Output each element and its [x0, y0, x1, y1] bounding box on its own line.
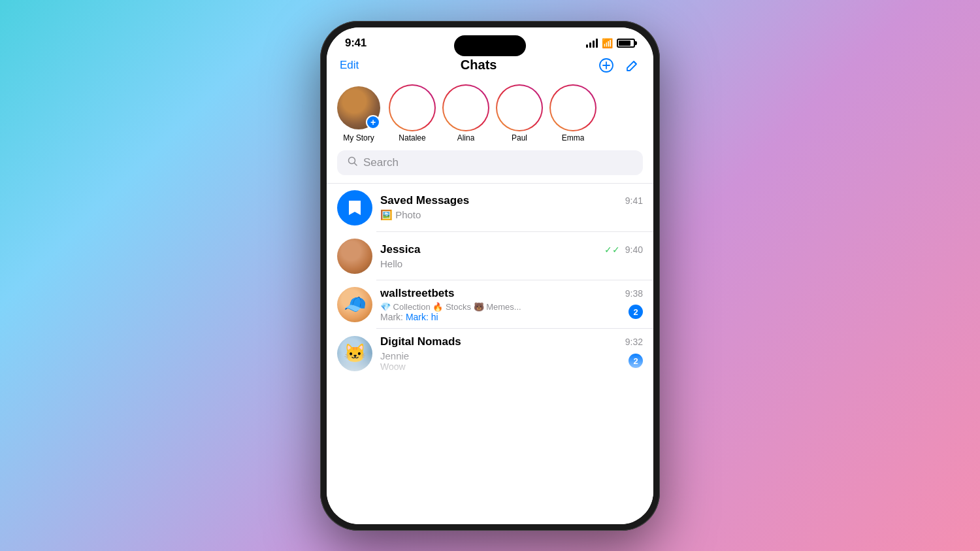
chat-item-wsb[interactable]: 🧢 wallstreetbets 9:38 💎 Collection 🔥 Sto…: [327, 280, 653, 329]
story-add-button[interactable]: +: [366, 115, 380, 129]
chat-time-nomads: 9:32: [625, 337, 643, 347]
chat-time-saved: 9:41: [625, 195, 643, 206]
story-ring-emma: [549, 84, 596, 131]
chat-time-jessica: ✓✓ 9:40: [604, 244, 643, 255]
story-label-emma: Emma: [562, 133, 585, 142]
phone-device: 9:41 📶 Edit Chats: [320, 21, 660, 531]
chat-name-saved: Saved Messages: [380, 194, 469, 207]
wifi-icon: 📶: [602, 38, 613, 48]
story-ring-paul: [496, 84, 543, 131]
chat-list: Saved Messages 9:41 🖼️ Photo Jessica: [327, 184, 653, 524]
story-my-story[interactable]: + My Story: [337, 86, 380, 142]
story-emma[interactable]: Emma: [551, 86, 595, 142]
chat-avatar-wsb: 🧢: [337, 287, 372, 322]
chat-badge-nomads: 2: [629, 354, 643, 368]
chat-item-jessica[interactable]: Jessica ✓✓ 9:40 Hello: [327, 232, 653, 280]
search-icon: [348, 156, 358, 169]
search-bar[interactable]: Search: [337, 150, 643, 175]
story-label-paul: Paul: [512, 133, 527, 142]
wsb-mark-row: Mark: Mark: hi: [380, 312, 629, 322]
story-label-mystory: My Story: [343, 133, 374, 142]
status-icons: 📶: [586, 38, 635, 48]
story-ring-alina: [442, 84, 489, 131]
chat-content-jessica: Jessica ✓✓ 9:40 Hello: [380, 243, 643, 269]
story-alina[interactable]: Alina: [444, 86, 487, 142]
edit-button[interactable]: Edit: [340, 59, 359, 72]
chat-avatar-saved: [337, 190, 372, 225]
stories-row: + My Story Natalee Alina: [327, 81, 653, 150]
photo-icon: 🖼️: [380, 209, 395, 220]
chat-badge-wsb: 2: [629, 305, 643, 319]
phone-screen: 9:41 📶 Edit Chats: [327, 27, 653, 524]
chat-item-saved[interactable]: Saved Messages 9:41 🖼️ Photo: [327, 184, 653, 232]
chat-content-nomads: Digital Nomads 9:32 Jennie Woow 2: [380, 335, 643, 372]
page-title: Chats: [461, 58, 497, 73]
chat-item-nomads[interactable]: 🐱 Digital Nomads 9:32 Jennie Woow 2: [327, 329, 653, 378]
add-chat-button[interactable]: [598, 58, 614, 73]
chat-content-saved: Saved Messages 9:41 🖼️ Photo: [380, 194, 643, 221]
read-check-icon: ✓✓: [604, 244, 620, 255]
signal-icon: [586, 39, 598, 48]
chat-preview-nomads-name: Jennie: [380, 350, 629, 361]
story-natalee[interactable]: Natalee: [391, 86, 434, 142]
chat-avatar-jessica: [337, 239, 372, 274]
status-time: 9:41: [345, 37, 367, 50]
chat-time-wsb: 9:38: [625, 288, 643, 299]
wsb-topics: 💎 Collection 🔥 Stocks 🐻 Memes...: [380, 302, 629, 312]
story-ring-natalee: [389, 84, 436, 131]
compose-button[interactable]: [625, 58, 640, 73]
chat-content-wsb: wallstreetbets 9:38 💎 Collection 🔥 Stock…: [380, 287, 643, 322]
story-paul[interactable]: Paul: [498, 86, 541, 142]
chat-name-wsb: wallstreetbets: [380, 287, 454, 300]
story-label-alina: Alina: [457, 133, 475, 142]
chat-preview-nomads-msg: Woow: [380, 361, 629, 372]
chat-name-jessica: Jessica: [380, 243, 420, 256]
story-label-natalee: Natalee: [399, 133, 425, 142]
search-placeholder: Search: [363, 156, 399, 169]
dynamic-island: [454, 35, 526, 56]
svg-line-4: [355, 163, 357, 165]
chat-preview-saved: 🖼️ Photo: [380, 209, 643, 221]
header-actions: [598, 58, 640, 73]
page-header: Edit Chats: [327, 55, 653, 81]
chat-avatar-nomads: 🐱: [337, 336, 372, 371]
chat-name-nomads: Digital Nomads: [380, 335, 461, 348]
status-bar: 9:41 📶: [327, 27, 653, 55]
chat-preview-jessica: Hello: [380, 258, 643, 269]
battery-icon: [617, 39, 635, 48]
